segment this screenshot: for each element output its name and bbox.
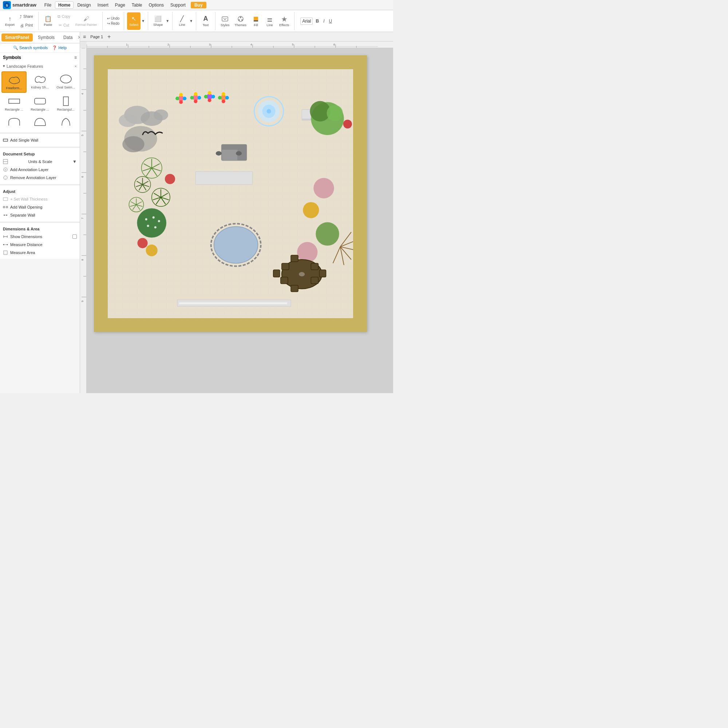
tab-symbols[interactable]: Symbols <box>34 34 58 41</box>
bold-button[interactable]: B <box>314 18 320 24</box>
show-dimensions-item[interactable]: Show Dimensions <box>3 232 77 241</box>
svg-rect-14 <box>63 97 69 106</box>
format-painter-button[interactable]: 🖌 Format Painter <box>73 12 99 30</box>
export-icon: ↑ <box>8 16 11 22</box>
menu-page[interactable]: Page <box>112 2 128 8</box>
shape-dropdown[interactable]: ▼ <box>166 19 169 23</box>
symbol-freeform-shape <box>7 74 21 85</box>
measure-distance-icon <box>3 242 8 247</box>
menu-support[interactable]: Support <box>167 2 188 8</box>
measure-area-icon <box>3 250 8 255</box>
units-scale-item[interactable]: Units & Scale ▼ <box>3 158 77 166</box>
line-label: Line <box>179 23 185 27</box>
symbol-arch3[interactable] <box>53 114 78 131</box>
svg-point-105 <box>343 120 352 128</box>
measure-distance-item[interactable]: Measure Distance <box>3 241 77 249</box>
copy-button[interactable]: ⧉ Copy <box>55 13 72 21</box>
annotation-add-icon: + <box>3 167 8 172</box>
symbol-oval[interactable]: Oval Swim... <box>53 71 78 93</box>
menu-insert[interactable]: Insert <box>95 2 112 8</box>
svg-point-143 <box>145 218 147 220</box>
menu-table[interactable]: Table <box>129 2 145 8</box>
symbol-kidney[interactable]: Kidney Sh... <box>27 71 52 93</box>
svg-rect-170 <box>319 270 326 277</box>
edit-group: 📋 Paste ⧉ Copy ✂ Cut 🖌 Format Painter <box>41 12 102 30</box>
symbol-rect-rounded-label: Rectangle ... <box>31 108 49 112</box>
measure-area-item[interactable]: Measure Area <box>3 249 77 257</box>
menu-options[interactable]: Options <box>146 2 167 8</box>
select-dropdown[interactable]: ▼ <box>141 19 145 23</box>
wall-opening-icon <box>3 205 8 210</box>
landscape-svg <box>108 69 353 318</box>
add-single-wall-item[interactable]: Add Single Wall <box>3 136 77 144</box>
svg-text:5: 5 <box>292 43 294 46</box>
category-title: ▾ Landscape Features <box>3 64 43 69</box>
svg-rect-163 <box>282 263 289 270</box>
divider3 <box>0 185 80 185</box>
styles-button[interactable]: Styles <box>219 12 232 30</box>
select-button[interactable]: ↖ Select <box>127 12 141 30</box>
share-button[interactable]: ⤴ Share <box>17 13 35 21</box>
menu-file[interactable]: File <box>41 2 54 8</box>
remove-annotation-item[interactable]: - Remove Annotation Layer <box>3 174 77 182</box>
svg-rect-2 <box>222 17 228 21</box>
symbol-freeform[interactable]: Freeform... <box>2 71 27 93</box>
page-tab-1[interactable]: Page 1 <box>87 34 106 40</box>
export-button[interactable]: ↑ Export <box>3 12 17 30</box>
svg-line-126 <box>161 193 168 197</box>
svg-point-77 <box>179 93 183 96</box>
fill-button[interactable]: Fill <box>249 12 262 30</box>
svg-point-79 <box>179 100 183 104</box>
symbol-rect-tall[interactable]: Rectangul... <box>53 93 78 113</box>
svg-text:2: 2 <box>167 43 169 46</box>
symbol-arch2[interactable] <box>27 114 52 131</box>
menu-design[interactable]: Design <box>74 2 93 8</box>
symbols-menu-icon[interactable]: ≡ <box>74 55 77 60</box>
cut-button[interactable]: ✂ Cut <box>55 21 72 29</box>
redo-button[interactable]: ↪ Redo <box>106 21 121 26</box>
symbol-arch1[interactable] <box>2 114 27 131</box>
canvas-paper <box>94 55 367 332</box>
effects-button[interactable]: Effects <box>277 12 291 30</box>
paste-button[interactable]: 📋 Paste <box>41 12 55 30</box>
undo-button[interactable]: ↩ Undo <box>106 16 121 21</box>
add-wall-opening-label: Add Wall Opening <box>10 205 42 209</box>
line2-button[interactable]: Line <box>263 12 276 30</box>
add-annotation-item[interactable]: + Add Annotation Layer <box>3 166 77 174</box>
italic-button[interactable]: I <box>322 18 326 24</box>
text-button[interactable]: A Text <box>199 12 212 30</box>
select-icon: ↖ <box>132 15 136 22</box>
fill-label: Fill <box>254 23 258 27</box>
print-button[interactable]: 🖨 Print <box>17 21 35 29</box>
themes-button[interactable]: Themes <box>232 12 249 30</box>
text-icon: A <box>203 15 208 23</box>
help-link[interactable]: ❓ Help <box>52 46 67 50</box>
category-close-button[interactable]: × <box>75 64 77 69</box>
wall-thickness-icon <box>3 197 8 202</box>
search-symbols-link[interactable]: 🔍 Search symbols <box>13 46 48 50</box>
set-wall-thickness-item[interactable]: + Set Wall Thickness <box>3 195 77 203</box>
panel-close-button[interactable]: × <box>78 34 80 41</box>
shape-button[interactable]: ⬜ Shape <box>151 12 165 30</box>
hamburger-icon[interactable]: ≡ <box>83 34 86 40</box>
symbol-kidney-label: Kidney Sh... <box>31 86 49 89</box>
left-panel: SmartPanel Symbols Data × 🔍 Search symbo… <box>0 32 80 393</box>
separate-wall-item[interactable]: Separate Wall <box>3 211 77 219</box>
symbols-grid: Freeform... Kidney Sh... <box>0 70 80 132</box>
dimensions-icon <box>3 234 8 239</box>
symbol-rect-thin-label: Rectangle ... <box>5 108 23 112</box>
show-dimensions-checkbox[interactable] <box>72 234 77 239</box>
menu-home[interactable]: Home <box>55 2 73 9</box>
symbol-rect-thin[interactable]: Rectangle ... <box>2 93 27 113</box>
line-button[interactable]: ╱ Line <box>176 12 188 30</box>
panel-links: 🔍 Search symbols ❓ Help <box>0 43 80 53</box>
buy-button[interactable]: Buy <box>191 2 206 8</box>
line-dropdown[interactable]: ▼ <box>189 19 193 23</box>
add-wall-opening-item[interactable]: Add Wall Opening <box>3 203 77 211</box>
add-page-button[interactable]: + <box>107 34 111 40</box>
line-group: ╱ Line ▼ <box>176 12 196 30</box>
underline-button[interactable]: U <box>327 18 333 24</box>
tab-data[interactable]: Data <box>60 34 76 41</box>
symbol-rect-rounded[interactable]: Rectangle ... <box>27 93 52 113</box>
tab-smartpanel[interactable]: SmartPanel <box>2 34 33 41</box>
